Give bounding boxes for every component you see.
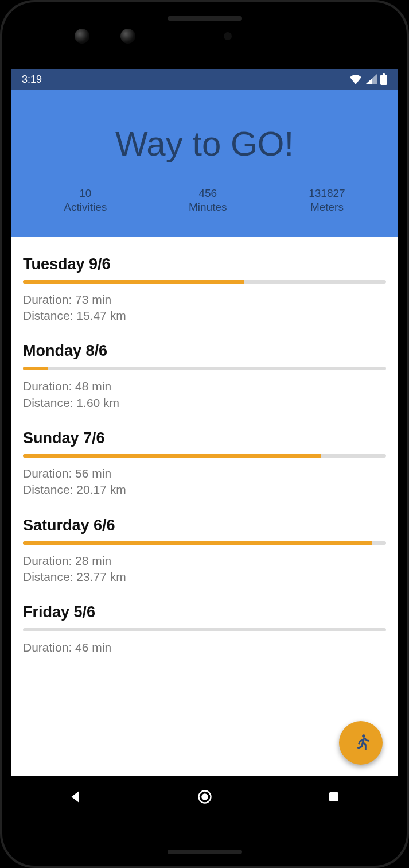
activity-meta: Duration: 46 min <box>23 640 386 656</box>
progress-bar <box>23 541 386 545</box>
android-nav-bar <box>11 776 398 817</box>
header-title: Way to GO! <box>23 124 386 164</box>
activity-meta: Duration: 73 min Distance: 15.47 km <box>23 292 386 324</box>
phone-screen: 3:19 Way to GO! 10 Activities 456 Minute… <box>11 11 398 857</box>
status-bar: 3:19 <box>11 69 398 90</box>
front-camera-2 <box>120 29 135 44</box>
stat-meters: 131827 Meters <box>309 187 345 214</box>
speaker-top <box>168 16 242 21</box>
activity-title: Saturday 6/6 <box>23 517 386 534</box>
wifi-icon <box>349 74 362 84</box>
progress-fill <box>23 280 244 284</box>
activity-distance: Distance: 1.60 km <box>23 395 386 411</box>
activity-distance: Distance: 20.17 km <box>23 482 386 498</box>
activity-meta: Duration: 28 min Distance: 23.77 km <box>23 553 386 586</box>
summary-header: Way to GO! 10 Activities 456 Minutes 131… <box>11 90 398 237</box>
svg-rect-5 <box>329 792 338 801</box>
activity-item[interactable]: Monday 8/6 Duration: 48 min Distance: 1.… <box>23 330 386 417</box>
activity-duration: Duration: 28 min <box>23 553 386 569</box>
nav-recent-icon[interactable] <box>327 790 341 804</box>
svg-point-4 <box>202 793 209 800</box>
stat-activities-label: Activities <box>64 200 107 214</box>
progress-bar <box>23 454 386 458</box>
activity-list[interactable]: Tuesday 9/6 Duration: 73 min Distance: 1… <box>11 237 398 777</box>
activity-title: Tuesday 9/6 <box>23 255 386 273</box>
activity-duration: Duration: 46 min <box>23 640 386 656</box>
activity-title: Friday 5/6 <box>23 603 386 621</box>
progress-fill <box>23 541 372 545</box>
sensor-dot <box>224 32 232 40</box>
activity-title: Sunday 7/6 <box>23 429 386 447</box>
activity-distance: Distance: 15.47 km <box>23 308 386 324</box>
progress-bar <box>23 628 386 631</box>
start-activity-fab[interactable] <box>339 721 383 765</box>
cell-signal-icon <box>365 74 377 84</box>
svg-rect-1 <box>383 73 385 75</box>
stat-minutes-value: 456 <box>189 187 227 200</box>
nav-home-icon[interactable] <box>197 789 213 805</box>
status-icons <box>349 73 387 85</box>
activity-title: Monday 8/6 <box>23 342 386 360</box>
front-camera-1 <box>75 29 89 44</box>
stat-activities-value: 10 <box>64 187 107 200</box>
stat-meters-label: Meters <box>309 200 345 214</box>
nav-back-icon[interactable] <box>68 789 83 804</box>
activity-meta: Duration: 48 min Distance: 1.60 km <box>23 378 386 411</box>
stats-row: 10 Activities 456 Minutes 131827 Meters <box>23 187 386 214</box>
activity-distance: Distance: 23.77 km <box>23 569 386 585</box>
activity-duration: Duration: 73 min <box>23 292 386 308</box>
activity-duration: Duration: 56 min <box>23 466 386 482</box>
status-time: 3:19 <box>22 73 42 86</box>
progress-fill <box>23 367 48 370</box>
progress-fill <box>23 454 321 458</box>
progress-bar <box>23 367 386 370</box>
stat-activities: 10 Activities <box>64 187 107 214</box>
running-icon <box>351 733 371 753</box>
app-screen: Way to GO! 10 Activities 456 Minutes 131… <box>11 90 398 776</box>
svg-point-2 <box>362 734 365 738</box>
speaker-bottom <box>168 850 242 854</box>
activity-duration: Duration: 48 min <box>23 378 386 394</box>
svg-rect-0 <box>380 75 387 85</box>
battery-icon <box>380 73 387 85</box>
stat-minutes-label: Minutes <box>189 200 227 214</box>
activity-item[interactable]: Tuesday 9/6 Duration: 73 min Distance: 1… <box>23 243 386 330</box>
stat-meters-value: 131827 <box>309 187 345 200</box>
activity-meta: Duration: 56 min Distance: 20.17 km <box>23 466 386 498</box>
activity-item[interactable]: Sunday 7/6 Duration: 56 min Distance: 20… <box>23 417 386 504</box>
activity-item[interactable]: Saturday 6/6 Duration: 28 min Distance: … <box>23 504 386 591</box>
activity-item[interactable]: Friday 5/6 Duration: 46 min <box>23 591 386 661</box>
progress-bar <box>23 280 386 284</box>
stat-minutes: 456 Minutes <box>189 187 227 214</box>
phone-frame: 3:19 Way to GO! 10 Activities 456 Minute… <box>0 0 409 868</box>
